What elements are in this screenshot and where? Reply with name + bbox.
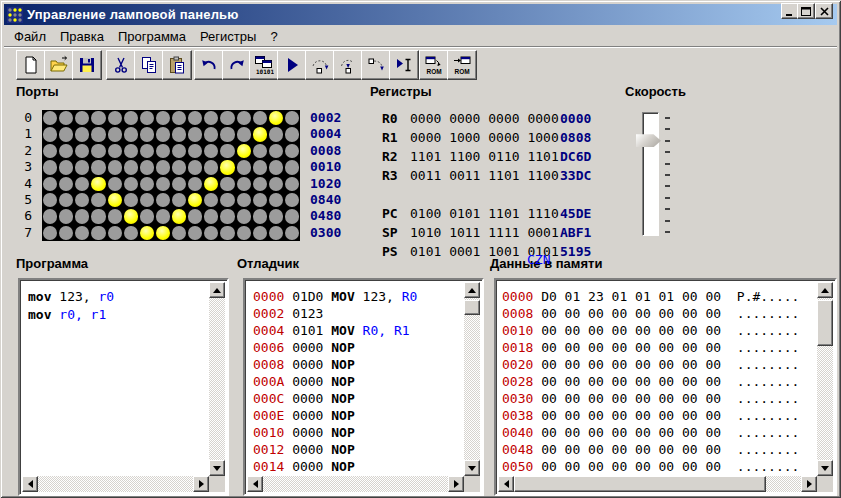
lamp-off [90, 143, 106, 159]
run-button[interactable] [277, 50, 307, 80]
close-button[interactable] [815, 3, 833, 19]
slider-tick [665, 140, 670, 142]
lamp-off [42, 126, 58, 142]
compile-button[interactable]: 10101 [249, 50, 279, 80]
memory-rows[interactable]: 0000 D0 01 23 01 01 01 00 00 P.#.....000… [498, 282, 817, 476]
maximize-icon [801, 7, 811, 16]
address: 0040 [502, 425, 533, 440]
undo-button[interactable] [194, 50, 224, 80]
program-code[interactable]: mov 123, r0mov r0, r1 [22, 282, 209, 476]
program-hscrollbar[interactable] [22, 476, 209, 492]
arrow-left-icon [504, 480, 509, 488]
code-token: mov [28, 289, 51, 304]
menu-item-program[interactable]: Программа [118, 29, 186, 44]
run-to-cursor-icon [394, 55, 414, 75]
step-into-button[interactable] [333, 50, 363, 80]
port-value: 0300 [310, 225, 354, 241]
scroll-up-button[interactable] [209, 282, 225, 298]
address: 0004 [253, 323, 284, 338]
menu-item-registers[interactable]: Регистры [200, 29, 256, 44]
lamp-off [90, 126, 106, 142]
redo-icon [227, 55, 247, 75]
lamp-off [187, 143, 203, 159]
scroll-left-button[interactable] [22, 476, 38, 492]
memory-hscrollbar[interactable] [498, 476, 817, 492]
address: 000C [253, 391, 284, 406]
lamp-off [107, 208, 123, 224]
paste-button[interactable] [162, 50, 192, 80]
byte-values: 00 00 00 00 00 00 00 00 [541, 442, 721, 457]
debugger-hscrollbar[interactable] [247, 476, 464, 492]
lamp-off [155, 143, 171, 159]
menu-item-help[interactable]: ? [270, 29, 277, 44]
scroll-right-button[interactable] [448, 476, 464, 492]
scroll-right-button[interactable] [193, 476, 209, 492]
lamp-row [42, 225, 300, 241]
lamp-off [219, 126, 235, 142]
scrollbar-thumb[interactable] [514, 476, 766, 492]
lamp-row [42, 192, 300, 208]
new-file-button[interactable] [16, 50, 46, 80]
lamp-off [236, 110, 252, 126]
lamp-on [90, 176, 106, 192]
ascii-values: ........ [737, 459, 800, 474]
load-from-rom-icon: ROM [452, 55, 472, 75]
save-to-rom-button[interactable]: ROM [419, 50, 449, 80]
scrollbar-thumb[interactable] [817, 300, 833, 346]
lamp-off [58, 225, 74, 241]
debugger-lines[interactable]: 0000 01D0 MOV 123, R00002 0123 0004 0101… [247, 282, 464, 476]
scroll-up-button[interactable] [817, 282, 833, 298]
port-value: 0010 [310, 159, 354, 175]
memory-view[interactable]: 0000 D0 01 23 01 01 01 00 00 P.#.....000… [494, 278, 837, 496]
run-to-cursor-button[interactable] [389, 50, 419, 80]
step-into-icon [338, 55, 358, 75]
menu-item-file[interactable]: Файл [14, 29, 46, 44]
lamp-off [252, 143, 268, 159]
address: 0048 [502, 442, 533, 457]
address: 0050 [502, 459, 533, 474]
memory-row: 0008 00 00 00 00 00 00 00 00 ........ [502, 305, 817, 322]
scroll-up-button[interactable] [464, 282, 480, 298]
scroll-right-button[interactable] [801, 476, 817, 492]
byte-values: 00 00 00 00 00 00 00 00 [541, 425, 721, 440]
step-out-button[interactable] [361, 50, 391, 80]
lamp-off [203, 110, 219, 126]
copy-button[interactable] [134, 50, 164, 80]
code-token: NOP [331, 408, 354, 423]
debugger-vscrollbar[interactable] [464, 282, 480, 476]
menu-item-edit[interactable]: Правка [60, 29, 104, 44]
lamp-off [252, 225, 268, 241]
scroll-down-button[interactable] [817, 460, 833, 476]
scroll-down-button[interactable] [464, 460, 480, 476]
debugger-listing[interactable]: 0000 01D0 MOV 123, R00002 0123 0004 0101… [243, 278, 484, 496]
register-binary: 0100 0101 1101 1110 [410, 204, 559, 223]
address: 000E [253, 408, 284, 423]
load-from-rom-button[interactable]: ROM [447, 50, 477, 80]
lamp-on [252, 126, 268, 142]
speed-slider-track[interactable] [642, 112, 659, 236]
lamp-off [123, 143, 139, 159]
step-over-button[interactable] [305, 50, 335, 80]
code-token: r0 [98, 289, 114, 304]
scroll-left-button[interactable] [498, 476, 514, 492]
program-editor[interactable]: mov 123, r0mov r0, r1 [18, 278, 229, 496]
program-vscrollbar[interactable] [209, 282, 225, 476]
maximize-button[interactable] [797, 3, 815, 19]
cut-button[interactable] [106, 50, 136, 80]
port-row-label: 6 [14, 208, 32, 224]
memory-vscrollbar[interactable] [817, 282, 833, 476]
lamp-off [58, 208, 74, 224]
save-file-button[interactable] [72, 50, 102, 80]
open-file-button[interactable] [44, 50, 74, 80]
slider-tick [665, 208, 670, 210]
address: 0018 [502, 340, 533, 355]
scroll-left-button[interactable] [247, 476, 263, 492]
app-window: Управление ламповой панелью Файл Правка … [0, 0, 841, 498]
lamp-off [123, 110, 139, 126]
scroll-down-button[interactable] [209, 460, 225, 476]
scrollbar-thumb[interactable] [464, 300, 480, 315]
redo-button[interactable] [222, 50, 252, 80]
ports-header: Порты [16, 84, 59, 99]
memory-row: 0038 00 00 00 00 00 00 00 00 ........ [502, 407, 817, 424]
registers-special: PC0100 0101 1101 111045DESP1010 1011 111… [382, 204, 622, 261]
